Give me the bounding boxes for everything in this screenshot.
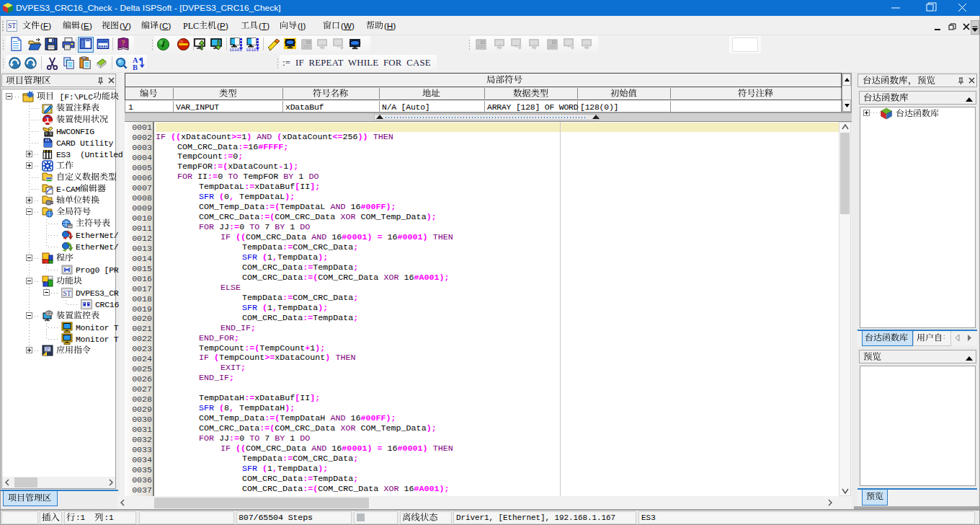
svg-text:10101: 10101 xyxy=(246,48,259,53)
svg-text:10101: 10101 xyxy=(230,48,242,53)
svg-text:B: B xyxy=(133,63,138,70)
svg-text:?: ? xyxy=(122,39,125,47)
svg-text:ST: ST xyxy=(63,290,71,297)
